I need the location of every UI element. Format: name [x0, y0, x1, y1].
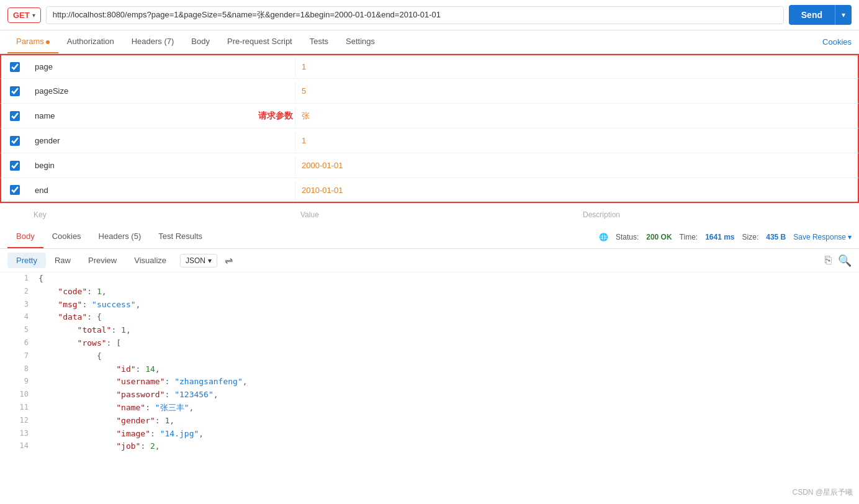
- tab-settings[interactable]: Settings: [337, 30, 384, 53]
- params-area: page 1 pageSize 5 name 请求参数 张: [0, 54, 859, 225]
- param-row-pagesize: pageSize 5: [0, 79, 859, 104]
- param-row-name: name 请求参数 张: [0, 104, 859, 128]
- tab-pre-request[interactable]: Pre-request Script: [218, 30, 301, 53]
- param-row-begin: begin 2000-01-01: [0, 153, 859, 178]
- json-format-selector[interactable]: JSON ▾: [180, 254, 217, 268]
- size-label: Size:: [742, 233, 759, 241]
- param-footer-desc[interactable]: Description: [577, 205, 859, 224]
- request-tabs-bar: Params Authorization Headers (7) Body Pr…: [0, 30, 859, 54]
- copy-icon[interactable]: ⎘: [825, 254, 832, 267]
- param-checkbox-gender[interactable]: [1, 136, 29, 146]
- param-checkbox-pagesize[interactable]: [1, 86, 29, 96]
- sub-tab-pretty[interactable]: Pretty: [7, 253, 46, 268]
- top-bar: GET ▾ Send ▾: [0, 0, 859, 30]
- checkbox-begin[interactable]: [10, 161, 20, 171]
- json-line-4: 4 "data": {: [0, 311, 859, 324]
- send-button[interactable]: Send: [789, 5, 835, 25]
- response-tab-headers[interactable]: Headers (5): [90, 225, 150, 248]
- json-format-arrow: ▾: [208, 256, 212, 265]
- time-label: Time:: [680, 233, 698, 241]
- param-key-page[interactable]: page: [29, 57, 295, 76]
- method-selector[interactable]: GET ▾: [7, 7, 41, 23]
- param-key-begin[interactable]: begin: [29, 156, 295, 175]
- size-value: 435 B: [766, 233, 786, 241]
- checkbox-end[interactable]: [10, 185, 20, 195]
- json-line-3: 3 "msg": "success",: [0, 299, 859, 312]
- filter-icon[interactable]: ⇌: [225, 254, 233, 266]
- json-line-12: 12 "gender": 1,: [0, 415, 859, 428]
- param-key-end[interactable]: end: [29, 181, 295, 200]
- param-footer-value[interactable]: Value: [294, 205, 577, 224]
- tab-headers[interactable]: Headers (7): [123, 30, 183, 53]
- tab-params[interactable]: Params: [7, 30, 58, 53]
- tab-body[interactable]: Body: [182, 30, 218, 53]
- sub-tab-raw[interactable]: Raw: [46, 253, 79, 268]
- param-value-pagesize[interactable]: 5: [295, 81, 577, 101]
- time-value: 1641 ms: [705, 233, 734, 241]
- checkbox-pagesize[interactable]: [10, 86, 20, 96]
- tab-tests[interactable]: Tests: [301, 30, 337, 53]
- sub-tab-preview[interactable]: Preview: [79, 253, 125, 268]
- param-checkbox-name[interactable]: [1, 111, 29, 121]
- param-desc-name[interactable]: [577, 111, 858, 121]
- param-key-pagesize[interactable]: pageSize: [29, 81, 295, 101]
- send-group: Send ▾: [789, 5, 852, 25]
- response-section: Body Cookies Headers (5) Test Results 🌐 …: [0, 225, 859, 503]
- checkbox-name[interactable]: [10, 111, 20, 121]
- json-line-1: 1 {: [0, 272, 859, 286]
- json-format-label: JSON: [186, 256, 205, 265]
- json-line-14: 14 "job": 2,: [0, 440, 859, 453]
- response-tabs-bar: Body Cookies Headers (5) Test Results 🌐 …: [0, 225, 859, 249]
- json-line-13: 13 "image": "14.jpg",: [0, 428, 859, 441]
- param-value-end[interactable]: 2010-01-01: [295, 181, 577, 200]
- param-footer-row: Key Value Description: [0, 203, 859, 225]
- param-checkbox-begin[interactable]: [1, 161, 29, 171]
- tab-cookies[interactable]: Cookies: [822, 31, 852, 53]
- param-value-page[interactable]: 1: [295, 57, 577, 76]
- checkbox-page[interactable]: [10, 62, 20, 72]
- json-line-6: 6 "rows": [: [0, 337, 859, 350]
- send-dropdown-button[interactable]: ▾: [835, 5, 852, 25]
- status-value: 200 OK: [646, 233, 672, 241]
- search-icon[interactable]: 🔍: [838, 254, 852, 268]
- json-line-2: 2 "code": 1,: [0, 286, 859, 299]
- param-key-name[interactable]: name: [29, 106, 295, 125]
- checkbox-gender[interactable]: [10, 136, 20, 146]
- json-line-5: 5 "total": 1,: [0, 324, 859, 337]
- url-input[interactable]: [46, 6, 784, 24]
- param-value-name[interactable]: 张: [295, 106, 577, 127]
- param-desc-begin[interactable]: [577, 161, 858, 171]
- json-line-8: 8 "id": 14,: [0, 363, 859, 376]
- save-response-button[interactable]: Save Response ▾: [793, 233, 852, 241]
- response-tab-body[interactable]: Body: [7, 225, 43, 248]
- json-line-10: 10 "password": "123456",: [0, 389, 859, 402]
- save-response-arrow: ▾: [848, 233, 852, 241]
- save-response-label: Save Response: [793, 233, 846, 241]
- param-footer-key[interactable]: Key: [27, 205, 294, 224]
- param-desc-page[interactable]: [577, 62, 858, 72]
- sub-tab-visualize[interactable]: Visualize: [125, 253, 175, 268]
- json-line-7: 7 {: [0, 350, 859, 363]
- main-content: Params Authorization Headers (7) Body Pr…: [0, 30, 859, 503]
- tab-authorization[interactable]: Authorization: [58, 30, 123, 53]
- response-status-area: 🌐 Status: 200 OK Time: 1641 ms Size: 435…: [599, 233, 852, 241]
- param-row-gender: gender 1: [0, 128, 859, 153]
- json-line-9: 9 "username": "zhangsanfeng",: [0, 376, 859, 389]
- response-tab-test-results[interactable]: Test Results: [150, 225, 211, 248]
- method-dropdown-arrow: ▾: [32, 12, 35, 19]
- param-value-begin[interactable]: 2000-01-01: [295, 156, 577, 175]
- method-label: GET: [13, 11, 30, 20]
- param-desc-gender[interactable]: [577, 136, 858, 146]
- param-desc-end[interactable]: [577, 185, 858, 195]
- json-viewer: 1 { 2 "code": 1, 3 "msg": "success", 4 "…: [0, 272, 859, 503]
- param-row-end: end 2010-01-01: [0, 178, 859, 203]
- param-key-gender[interactable]: gender: [29, 131, 295, 150]
- param-checkbox-page[interactable]: [1, 62, 29, 72]
- response-tab-cookies[interactable]: Cookies: [43, 225, 90, 248]
- param-value-gender[interactable]: 1: [295, 131, 577, 150]
- param-desc-pagesize[interactable]: [577, 86, 858, 96]
- status-label: Status:: [616, 233, 639, 241]
- response-sub-tabs: Pretty Raw Preview Visualize JSON ▾ ⇌ ⎘ …: [0, 249, 859, 272]
- globe-icon: 🌐: [599, 233, 608, 241]
- param-checkbox-end[interactable]: [1, 185, 29, 195]
